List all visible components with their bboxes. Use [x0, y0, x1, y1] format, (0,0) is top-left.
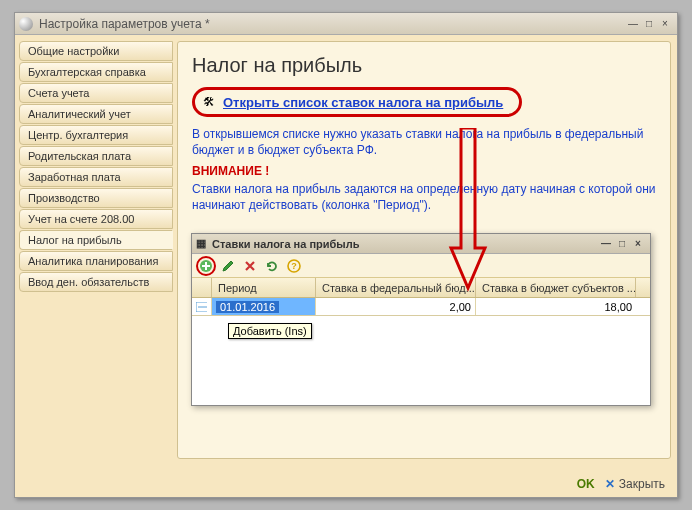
- question-icon: ?: [287, 259, 301, 273]
- ok-button[interactable]: OK: [577, 477, 595, 491]
- delete-button[interactable]: [240, 256, 260, 276]
- plus-icon: [199, 259, 213, 273]
- sidebar-item-general[interactable]: Общие настройки: [19, 41, 173, 61]
- rates-toolbar: ?: [192, 254, 650, 278]
- open-rates-link[interactable]: Открыть список ставок налога на прибыль: [223, 95, 503, 110]
- sidebar-item-money-obligations[interactable]: Ввод ден. обязательств: [19, 272, 173, 292]
- tools-icon: 🛠: [201, 94, 217, 110]
- row-icon: [192, 298, 212, 315]
- sidebar-item-profit-tax[interactable]: Налог на прибыль: [19, 230, 173, 250]
- footer-buttons: OK ✕ Закрыть: [577, 477, 665, 491]
- edit-button[interactable]: [218, 256, 238, 276]
- pencil-icon: [221, 259, 235, 273]
- rates-maximize-button[interactable]: □: [614, 237, 630, 251]
- sidebar-item-salary[interactable]: Заработная плата: [19, 167, 173, 187]
- close-x-icon: ✕: [605, 477, 615, 491]
- rates-close-button[interactable]: ×: [630, 237, 646, 251]
- info-text-1: В открывшемся списке нужно указать ставк…: [192, 127, 656, 158]
- col-period[interactable]: Период: [212, 278, 316, 297]
- table-row[interactable]: 01.01.2016 2,00 18,00: [192, 298, 650, 316]
- sidebar-item-central-accounting[interactable]: Центр. бухгалтерия: [19, 125, 173, 145]
- col-subject[interactable]: Ставка в бюджет субъектов ...: [476, 278, 636, 297]
- add-tooltip: Добавить (Ins): [228, 323, 312, 339]
- sidebar-item-analytical[interactable]: Аналитический учет: [19, 104, 173, 124]
- sidebar-item-account-208[interactable]: Учет на счете 208.00: [19, 209, 173, 229]
- cell-period[interactable]: 01.01.2016: [212, 298, 316, 315]
- close-button[interactable]: ×: [657, 17, 673, 31]
- cell-subject[interactable]: 18,00: [476, 298, 636, 315]
- sidebar-item-accounting-ref[interactable]: Бухгалтерская справка: [19, 62, 173, 82]
- spreadsheet-icon: ▦: [196, 237, 206, 250]
- close-window-button[interactable]: ✕ Закрыть: [605, 477, 665, 491]
- rates-window: ▦ Ставки налога на прибыль — □ ×: [191, 233, 651, 406]
- app-icon: [19, 17, 33, 31]
- attention-label: ВНИМАНИЕ !: [192, 164, 656, 178]
- svg-text:?: ?: [291, 261, 297, 271]
- settings-window: Настройка параметров учета * — □ × Общие…: [14, 12, 678, 498]
- sidebar-item-planning-analytics[interactable]: Аналитика планирования: [19, 251, 173, 271]
- close-label: Закрыть: [619, 477, 665, 491]
- row-marker-icon: [196, 302, 207, 312]
- titlebar[interactable]: Настройка параметров учета * — □ ×: [15, 13, 677, 35]
- rates-titlebar[interactable]: ▦ Ставки налога на прибыль — □ ×: [192, 234, 650, 254]
- main-panel: Налог на прибыль 🛠 Открыть список ставок…: [177, 41, 671, 459]
- sidebar-item-production[interactable]: Производство: [19, 188, 173, 208]
- help-button[interactable]: ?: [284, 256, 304, 276]
- sidebar-item-parent-payment[interactable]: Родительская плата: [19, 146, 173, 166]
- rates-minimize-button[interactable]: —: [598, 237, 614, 251]
- sidebar-item-accounts[interactable]: Счета учета: [19, 83, 173, 103]
- page-title: Налог на прибыль: [192, 54, 656, 77]
- x-icon: [244, 260, 256, 272]
- rates-window-title: Ставки налога на прибыль: [212, 238, 360, 250]
- rates-table: Добавить (Ins) Период Ставка в федеральн…: [192, 278, 650, 316]
- window-title: Настройка параметров учета *: [39, 17, 625, 31]
- info-text-2: Ставки налога на прибыль задаются на опр…: [192, 182, 656, 213]
- callout-arrow-icon: [445, 128, 491, 308]
- col-icon[interactable]: [192, 278, 212, 297]
- refresh-icon: [265, 259, 279, 273]
- highlighted-link-callout: 🛠 Открыть список ставок налога на прибыл…: [192, 87, 522, 117]
- minimize-button[interactable]: —: [625, 17, 641, 31]
- maximize-button[interactable]: □: [641, 17, 657, 31]
- sidebar: Общие настройки Бухгалтерская справка Сч…: [15, 35, 177, 465]
- add-button[interactable]: [196, 256, 216, 276]
- refresh-button[interactable]: [262, 256, 282, 276]
